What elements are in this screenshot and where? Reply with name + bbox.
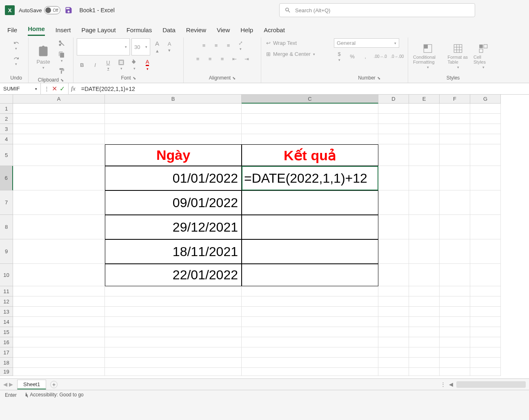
cell-F3[interactable]: [440, 124, 470, 134]
row-header-3[interactable]: 3: [0, 124, 13, 134]
cell-D4[interactable]: [378, 134, 409, 144]
cell-E18[interactable]: [409, 358, 440, 368]
cell-A14[interactable]: [13, 317, 105, 327]
tab-home[interactable]: Home: [28, 25, 45, 36]
align-right-button[interactable]: ≡: [217, 54, 228, 64]
row-header-18[interactable]: 18: [0, 358, 13, 368]
row-header-2[interactable]: 2: [0, 114, 13, 124]
decrease-decimal-button[interactable]: .0→.00: [390, 49, 405, 64]
cell-A4[interactable]: [13, 134, 105, 144]
cell-B2[interactable]: [105, 114, 242, 124]
align-center-button[interactable]: ≡: [205, 54, 216, 64]
cell-B13[interactable]: [105, 307, 242, 317]
column-header-C[interactable]: C: [242, 95, 378, 104]
cell-G2[interactable]: [470, 114, 501, 124]
orientation-button[interactable]: ⤢▾: [236, 38, 246, 53]
cell-E5[interactable]: [409, 144, 440, 166]
table-header-ngay[interactable]: Ngày: [105, 144, 242, 166]
row-header-16[interactable]: 16: [0, 337, 13, 347]
cell-F13[interactable]: [440, 307, 470, 317]
cell-B1[interactable]: [105, 104, 242, 114]
cell-F7[interactable]: [440, 190, 470, 215]
column-header-A[interactable]: A: [13, 95, 105, 104]
number-format-selector[interactable]: General▾: [334, 38, 399, 48]
row-header-7[interactable]: 7: [0, 190, 13, 215]
tab-page-layout[interactable]: Page Layout: [81, 27, 116, 36]
cell-F18[interactable]: [440, 358, 470, 368]
cell-E17[interactable]: [409, 347, 440, 358]
cell-B15[interactable]: [105, 327, 242, 337]
cell-A11[interactable]: [13, 286, 105, 296]
cell-E10[interactable]: [409, 264, 440, 286]
wrap-text-button[interactable]: ↩Wrap Text: [264, 38, 298, 48]
alignment-launcher-icon[interactable]: ⬊: [232, 76, 236, 80]
cell-A5[interactable]: [13, 144, 105, 166]
align-top-button[interactable]: ≡: [199, 38, 209, 53]
cell-G14[interactable]: [470, 317, 501, 327]
cell-F16[interactable]: [440, 337, 470, 347]
sheet-tab-sheet1[interactable]: Sheet1: [17, 380, 46, 389]
cell-G15[interactable]: [470, 327, 501, 337]
cell-G13[interactable]: [470, 307, 501, 317]
formula-input[interactable]: =DATE(2022,1,1)+12: [78, 86, 529, 92]
cell-E2[interactable]: [409, 114, 440, 124]
cell-C2[interactable]: [242, 114, 378, 124]
cell-F19[interactable]: [440, 368, 470, 376]
cell-C13[interactable]: [242, 307, 378, 317]
copy-button[interactable]: ▾: [56, 50, 67, 64]
search-box[interactable]: Search (Alt+Q): [279, 3, 475, 17]
accessibility-status[interactable]: Accessibility: Good to go: [23, 392, 84, 398]
save-icon[interactable]: [64, 6, 73, 14]
cell-G5[interactable]: [470, 144, 501, 166]
cell-C1[interactable]: [242, 104, 378, 114]
cell-A10[interactable]: [13, 264, 105, 286]
font-launcher-icon[interactable]: ⬊: [133, 76, 136, 80]
cell-B16[interactable]: [105, 337, 242, 347]
spreadsheet-grid[interactable]: 12345678910111213141516171819 ABCDEFG Ng…: [0, 95, 529, 378]
row-header-9[interactable]: 9: [0, 239, 13, 264]
cell-E19[interactable]: [409, 368, 440, 376]
cell-G8[interactable]: [470, 215, 501, 239]
number-launcher-icon[interactable]: ⬊: [377, 76, 380, 80]
cell-E7[interactable]: [409, 190, 440, 215]
cell-C3[interactable]: [242, 124, 378, 134]
cell-E11[interactable]: [409, 286, 440, 296]
sheet-options-icon[interactable]: ⋮: [440, 381, 446, 387]
clipboard-launcher-icon[interactable]: ⬊: [60, 78, 64, 82]
cell-E4[interactable]: [409, 134, 440, 144]
cell-C6-formula-display[interactable]: =DATE(2022,1,1)+12: [242, 166, 433, 190]
italic-button[interactable]: I: [90, 57, 100, 73]
redo-button[interactable]: ▾: [11, 54, 22, 68]
tab-data[interactable]: Data: [162, 27, 176, 36]
table-header-ketqua[interactable]: Kết quả: [242, 144, 378, 166]
column-header-G[interactable]: G: [470, 95, 501, 104]
row-header-14[interactable]: 14: [0, 317, 13, 327]
cell-B18[interactable]: [105, 358, 242, 368]
tab-file[interactable]: File: [7, 27, 17, 36]
font-name-selector[interactable]: ▾: [77, 38, 130, 55]
tab-acrobat[interactable]: Acrobat: [264, 27, 285, 36]
cell-A12[interactable]: [13, 296, 105, 307]
cell-F12[interactable]: [440, 296, 470, 307]
cell-A7[interactable]: [13, 190, 105, 215]
cell-G17[interactable]: [470, 347, 501, 358]
cell-D1[interactable]: [378, 104, 409, 114]
decrease-font-button[interactable]: A▾: [164, 38, 175, 55]
row-header-4[interactable]: 4: [0, 134, 13, 144]
format-as-table-button[interactable]: Format as Table▾: [446, 42, 470, 71]
cell-D12[interactable]: [378, 296, 409, 307]
column-header-D[interactable]: D: [378, 95, 409, 104]
cell-D9[interactable]: [378, 239, 409, 264]
cell-F14[interactable]: [440, 317, 470, 327]
cell-D11[interactable]: [378, 286, 409, 296]
tab-formulas[interactable]: Formulas: [127, 27, 152, 36]
cell-G3[interactable]: [470, 124, 501, 134]
cut-button[interactable]: [56, 38, 67, 48]
paste-button[interactable]: Paste▾: [32, 43, 55, 71]
cell-A13[interactable]: [13, 307, 105, 317]
cell-C9[interactable]: [242, 239, 378, 264]
cell-B6[interactable]: 01/01/2022: [105, 166, 242, 190]
align-middle-button[interactable]: ≡: [211, 38, 222, 53]
row-header-10[interactable]: 10: [0, 264, 13, 286]
row-header-1[interactable]: 1: [0, 104, 13, 114]
